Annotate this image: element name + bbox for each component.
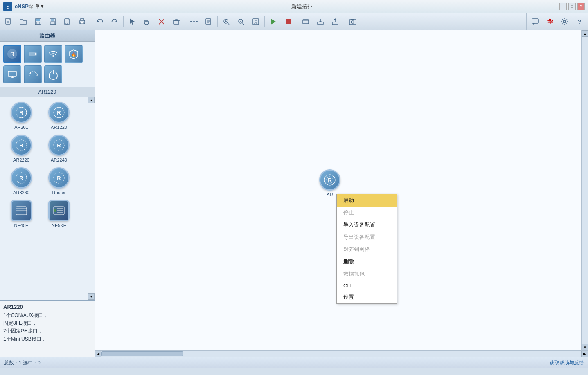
desc-title: AR1220 [3,304,91,310]
import-button[interactable] [313,15,327,29]
link-button[interactable] [187,15,201,29]
ne40e-icon [11,200,32,221]
screenshot-button[interactable] [346,15,360,29]
canvas-device-ar-label: AR [327,192,333,197]
device-ar1220[interactable]: R AR1220 [41,100,77,131]
undo-button[interactable] [93,15,107,29]
scroll-up-button[interactable]: ▲ [88,97,95,103]
chat-button[interactable] [528,15,542,29]
hand-button[interactable] [140,15,154,29]
svg-rect-20 [174,21,179,24]
separator-4 [217,16,218,27]
stop-all-button[interactable] [281,15,295,29]
category-switch[interactable] [24,45,42,63]
zoom-out-button[interactable] [234,15,248,29]
category-cloud[interactable] [24,65,42,83]
device-ar2240[interactable]: R AR2240 [41,133,77,164]
delete-button[interactable] [155,15,169,29]
help-button[interactable]: ? [572,15,586,29]
canvas-area[interactable]: R AR 启动 停止 导入设备配置 导出设备配置 对齐到网格 删除 数据抓包 C… [95,30,581,350]
start-all-button[interactable] [266,15,280,29]
ctx-cli[interactable]: CLI [337,280,397,291]
separator-2 [123,16,124,27]
settings-button[interactable] [558,15,572,29]
title-bar: e eNSP 菜 单▼ 新建拓扑 — □ ✕ [0,0,588,13]
scroll-track-vertical[interactable] [582,37,588,344]
category-wlan[interactable] [44,45,62,63]
svg-rect-39 [303,20,309,24]
collect-button[interactable] [299,15,313,29]
save-as-button[interactable]: AS [61,15,74,29]
device-ne5ke[interactable]: NE5KE [41,198,77,229]
status-bar: 总数：1 选中：0 获取帮助与反馈 [0,357,588,368]
select-button[interactable] [125,15,139,29]
svg-rect-49 [351,19,354,20]
svg-rect-9 [51,19,54,21]
scroll-down-arrow[interactable]: ▼ [582,344,588,350]
scroll-thumb-horizontal[interactable] [101,351,183,356]
category-pc[interactable] [3,65,21,83]
export-button[interactable] [328,15,342,29]
device-subtype-header: AR1220 [0,87,95,97]
svg-rect-36 [253,19,259,25]
device-ar201[interactable]: R AR201 [3,100,39,131]
print-button[interactable] [75,15,89,29]
svg-text:🔥: 🔥 [71,52,77,57]
canvas-device-ar[interactable]: R AR [319,169,340,197]
router-label: Router [52,190,65,195]
close-button[interactable]: ✕ [577,3,585,10]
ctx-settings[interactable]: 设置 [337,291,397,303]
scroll-track-horizontal[interactable] [101,351,581,357]
new-file-button[interactable] [2,15,16,29]
svg-marker-46 [333,18,337,20]
help-feedback-link[interactable]: 获取帮助与反馈 [550,359,584,366]
zoom-in-button[interactable] [219,15,233,29]
main-layout: 路由器 R 🔥 AR [0,30,588,357]
ctx-stop[interactable]: 停止 [337,207,397,219]
category-router[interactable]: R [3,45,21,63]
device-router[interactable]: R Router [41,166,77,197]
ne5ke-icon [48,200,70,221]
ctx-import[interactable]: 导入设备配置 [337,219,397,231]
svg-text:R: R [19,110,23,116]
context-menu: 启动 停止 导入设备配置 导出设备配置 对齐到网格 删除 数据抓包 CLI 设置 [336,194,397,304]
svg-text:R: R [57,110,61,116]
device-ar2220[interactable]: R AR2220 [3,133,39,164]
category-power[interactable] [44,65,62,83]
ctx-capture[interactable]: 数据抓包 [337,268,397,280]
ctx-start[interactable]: 启动 [337,194,397,207]
scroll-left-arrow[interactable]: ◀ [95,351,101,357]
category-firewall[interactable]: 🔥 [65,45,83,63]
ctx-align[interactable]: 对齐到网格 [337,243,397,256]
save-template-button[interactable] [31,15,45,29]
ar1220-icon: R [48,102,70,123]
fit-button[interactable] [249,15,263,29]
svg-point-79 [54,209,56,212]
menu-label[interactable]: 菜 单▼ [29,3,45,10]
menu-area[interactable]: 菜 单▼ [29,3,45,10]
separator-7 [344,16,344,27]
device-ar3260[interactable]: R AR3260 [3,166,39,197]
note-button[interactable] [202,15,216,29]
app-logo: e [3,2,12,11]
scroll-down-button[interactable]: ▼ [88,293,95,300]
device-ne40e[interactable]: NE40E [3,198,39,229]
ctx-delete[interactable]: 删除 [337,256,397,268]
svg-text:AS: AS [65,22,68,25]
redo-button[interactable] [108,15,122,29]
svg-rect-10 [51,22,55,24]
ctx-export[interactable]: 导出设备配置 [337,231,397,243]
svg-point-48 [351,21,354,23]
clear-button[interactable] [169,15,183,29]
svg-rect-6 [36,19,40,21]
save-button[interactable] [46,15,60,29]
huawei-button[interactable]: 华 [543,15,557,29]
device-category-header: 路由器 [0,30,95,42]
scroll-up-arrow[interactable]: ▲ [582,30,588,37]
maximize-button[interactable]: □ [568,3,576,10]
separator-6 [297,16,297,27]
minimize-button[interactable]: — [559,3,567,10]
bottom-scrollbar: ◀ ▶ [95,350,588,357]
open-file-button[interactable] [16,15,30,29]
scroll-right-arrow[interactable]: ▶ [581,351,588,357]
